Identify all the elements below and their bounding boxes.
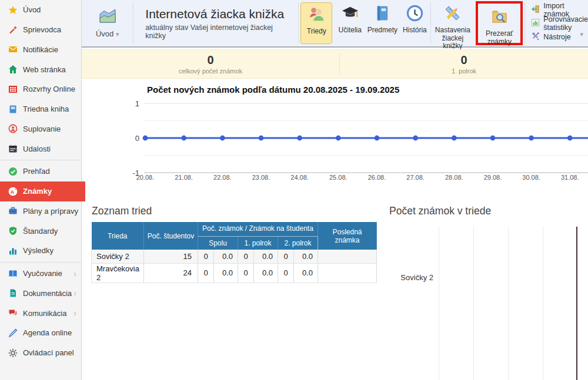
toolbar-button-label: Triedy <box>307 28 326 36</box>
bar-chart-title: Počet známok v triede <box>389 205 491 217</box>
new-grades-line-chart: Počet nových známok podľa dátumu 20.08.2… <box>82 79 588 188</box>
menu-item-label: Nástroje <box>543 33 571 41</box>
sidebar-divider <box>0 160 81 160</box>
sidebar-item-agenda-online[interactable]: Agenda online <box>0 323 81 343</box>
sidebar-item-triedna-kniha[interactable]: Triedna kniha <box>0 99 81 119</box>
gear-icon <box>8 348 18 358</box>
envelope-icon <box>8 45 18 54</box>
sidebar-item-label: Úvod <box>23 5 41 14</box>
sidebar-item-label: Agenda online <box>23 328 72 337</box>
sidebar-item-udalosti[interactable]: Udalosti <box>0 139 81 159</box>
person-circle-icon <box>8 124 18 133</box>
graduation-cap-icon <box>340 4 360 25</box>
chevron-right-icon: › <box>74 288 76 298</box>
toolbar-button-u-itelia[interactable]: Učitelia <box>334 0 366 46</box>
svg-text:22.08.: 22.08. <box>213 174 232 181</box>
sidebar-item-ovl-dac-panel[interactable]: Ovládací panel <box>0 343 81 363</box>
line-chart-plot: 10-120.08.21.08.22.08.23.08.24.08.25.08.… <box>82 79 588 188</box>
svg-text:A: A <box>10 189 14 194</box>
sidebar-item-rozvrhy-online[interactable]: Rozvrhy Online <box>0 79 81 99</box>
toolbar-menu: Import známokPorovnávacie štatistikyNást… <box>525 0 588 46</box>
top-toolbar: Úvod ▾ Internetová žiacka knižka aktuáln… <box>82 0 588 48</box>
chevron-down-icon[interactable]: ▾ <box>580 31 583 38</box>
timetable-grid-icon <box>8 85 18 94</box>
toolbar-button-predmety[interactable]: Predmety <box>366 0 399 46</box>
svg-text:23.08.: 23.08. <box>252 174 270 181</box>
home-dropdown-label: Úvod <box>96 29 113 38</box>
menu-item-porovn-vacie-tatistiky[interactable]: Porovnávacie štatistiky <box>531 17 588 29</box>
stat-value: 0 <box>460 53 467 66</box>
toolbar-buttons: TriedyUčiteliaPredmetyHistóriaNastavenia… <box>299 0 524 46</box>
menu-item-import-zn-mok[interactable]: Import známok <box>531 4 588 16</box>
svg-text:30.08.: 30.08. <box>522 174 540 181</box>
stat-value: 0 <box>207 53 213 66</box>
svg-text:31.08.: 31.08. <box>561 174 579 181</box>
page-subtitle: aktuálny stav Vašej internetovej žiackej… <box>145 23 288 40</box>
sidebar-item-label: Vyučovanie <box>23 269 62 278</box>
bar-chart-gridline <box>543 227 543 380</box>
annotation-highlight-box: Prezerať známky <box>476 1 523 45</box>
sidebar-item-label: Prehľad <box>23 167 50 176</box>
sidebar-item-label: Komunikácia <box>23 309 66 318</box>
sidebar-item-label: Plány a prípravy <box>23 207 78 216</box>
import-icon <box>531 5 540 15</box>
shield-check-icon <box>8 226 18 236</box>
svg-text:28.08.: 28.08. <box>445 174 463 181</box>
sidebar-item-notifik-cie[interactable]: Notifikácie <box>0 40 81 60</box>
stat-cell: 0celkový počet známok <box>82 50 339 78</box>
sidebar-item--vod[interactable]: Úvod <box>0 0 81 20</box>
svg-text:25.08.: 25.08. <box>329 174 348 181</box>
bar-chart-axis-line <box>576 227 577 380</box>
chevron-right-icon: › <box>74 269 76 278</box>
sidebar-item-zn-mky[interactable]: A*Známky <box>0 181 85 201</box>
toolbar-button-label: História <box>403 26 427 35</box>
briefcase-icon <box>8 206 18 216</box>
toolbar-button-label: Prezerať známky <box>481 30 517 46</box>
sidebar-item-suplovanie[interactable]: Suplovanie <box>0 119 81 139</box>
toolbar-button-triedy[interactable]: Triedy <box>300 2 332 44</box>
chevron-right-icon: › <box>74 308 76 318</box>
folder-search-icon <box>490 8 509 28</box>
stat-label: 1. polrok <box>452 68 476 75</box>
menu-item-label: Porovnávacie štatistiky <box>543 15 588 32</box>
sidebar-item--tandardy[interactable]: Štandardy <box>0 221 81 241</box>
sidebar-item-sprievodca[interactable]: Sprievodca <box>0 20 81 40</box>
grade-badge-icon: A* <box>8 187 18 196</box>
home-dropdown[interactable]: Úvod ▾ <box>82 0 133 46</box>
stat-label: celkový počet známok <box>179 68 242 75</box>
svg-text:26.08.: 26.08. <box>368 174 386 181</box>
svg-text:0: 0 <box>135 134 139 143</box>
sidebar-item-v-sledky[interactable]: Výsledky <box>0 241 81 261</box>
bar-chart-icon <box>8 246 18 255</box>
pen-icon <box>8 328 18 338</box>
sidebar-item-pl-ny-a-pr-pravy[interactable]: Plány a prípravy <box>0 201 81 221</box>
svg-text:27.08.: 27.08. <box>406 174 425 181</box>
book-icon <box>373 4 392 25</box>
sidebar-item-web-str-nka[interactable]: Web stránka <box>0 59 81 79</box>
sidebar-item-vyu-ovanie[interactable]: Vyučovanie› <box>0 264 81 284</box>
toolbar-button-label: Nastavenia žiackej knižky <box>434 26 471 51</box>
sidebar-item-label: Rozvrhy Online <box>23 85 75 93</box>
toolbar-button-label: Predmety <box>368 26 397 35</box>
bar-chart-gridline <box>439 227 439 380</box>
sidebar-item-label: Výsledky <box>23 246 54 255</box>
sidebar-item-preh-ad[interactable]: Prehľad <box>0 162 81 181</box>
toolbar-button-nastavenia-iackej-kni-ky[interactable]: Nastavenia žiackej knižky <box>431 0 474 46</box>
calendar-icon <box>8 144 18 153</box>
ruler-pencil-icon <box>443 4 462 25</box>
sidebar-item-komunik-cia[interactable]: Komunikácia› <box>0 303 81 323</box>
mini-bars-icon <box>531 18 540 29</box>
sidebar-item-label: Web stránka <box>23 65 66 74</box>
toolbar-button-hist-ria[interactable]: História <box>399 0 430 46</box>
edupage-gradebook-app: ÚvodSprievodcaNotifikácieWeb stránkaRozv… <box>0 0 588 380</box>
svg-text:20.08.: 20.08. <box>136 174 155 181</box>
chevron-down-icon: ▾ <box>116 31 119 38</box>
sidebar-item-label: Štandardy <box>23 227 58 236</box>
notebook-icon <box>8 105 18 114</box>
open-book-icon <box>8 269 18 278</box>
grade-stats-bar: 0celkový počet známok01. polrok <box>82 49 588 79</box>
toolbar-button-prezera-zn-mky[interactable]: Prezerať známky <box>478 4 520 43</box>
sidebar-item-dokument-cia[interactable]: Dokumentácia› <box>0 284 81 304</box>
svg-text:24.08.: 24.08. <box>290 174 309 181</box>
svg-text:29.08.: 29.08. <box>484 174 502 181</box>
